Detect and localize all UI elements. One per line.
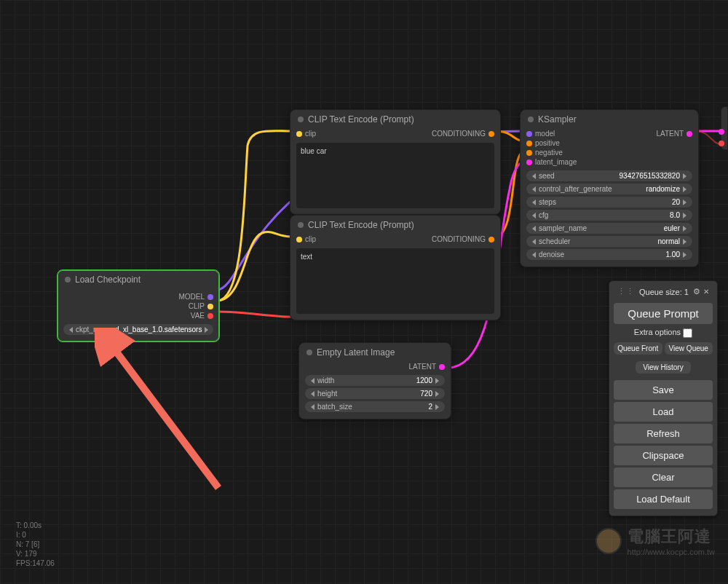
chevron-right-icon[interactable] [683, 200, 687, 205]
port-icon[interactable] [488, 131, 494, 137]
port-icon[interactable] [526, 150, 532, 156]
stat-t: T: 0.00s [16, 521, 55, 530]
stat-i: I: 0 [16, 530, 55, 540]
chevron-left-icon[interactable] [532, 173, 536, 179]
chevron-right-icon[interactable] [435, 404, 439, 410]
port-icon[interactable] [526, 159, 532, 165]
widget-label: sampler_name [539, 224, 664, 232]
gear-icon[interactable] [693, 287, 700, 296]
port-icon[interactable] [296, 237, 302, 242]
queue-size-label: Queue size: 1 [639, 288, 689, 296]
collapse-dot-icon[interactable] [65, 277, 71, 283]
width-widget[interactable]: width1200 [305, 375, 445, 386]
prompt-textarea[interactable]: blue car [296, 143, 494, 208]
chevron-right-icon[interactable] [435, 378, 439, 384]
height-widget[interactable]: height720 [305, 388, 445, 399]
title-text: KSampler [538, 114, 577, 125]
node-clip-text-encode-2[interactable]: CLIP Text Encode (Prompt) clip CONDITION… [290, 215, 501, 320]
port-icon[interactable] [207, 313, 213, 319]
widget-value: 1.00 [666, 250, 680, 259]
batch-size-widget[interactable]: batch_size2 [305, 401, 445, 412]
chevron-right-icon[interactable] [683, 213, 687, 218]
collapse-dot-icon[interactable] [528, 117, 534, 122]
chevron-left-icon[interactable] [532, 226, 536, 232]
widget-value: 2 [428, 403, 432, 411]
port-icon[interactable] [439, 364, 445, 370]
port-icon[interactable] [719, 141, 724, 146]
widget-value: 934276515332820 [620, 172, 680, 180]
widget-label: height [317, 390, 420, 398]
chevron-left-icon[interactable] [69, 327, 73, 333]
port-icon[interactable] [687, 131, 692, 137]
node-title: CLIP Text Encode (Prompt) [290, 110, 500, 127]
node-title: KSampler [521, 110, 698, 127]
port-icon[interactable] [207, 304, 213, 309]
chevron-right-icon[interactable] [683, 173, 687, 179]
chevron-left-icon[interactable] [532, 252, 536, 258]
chevron-right-icon[interactable] [683, 226, 687, 232]
queue-prompt-button[interactable]: Queue Prompt [614, 303, 713, 324]
chevron-left-icon[interactable] [532, 213, 536, 218]
node-graph-canvas[interactable]: Load Checkpoint MODEL CLIP VAE ckpt_name… [0, 0, 728, 584]
node-empty-latent-image[interactable]: Empty Latent Image LATENT width1200 heig… [298, 342, 451, 419]
chevron-left-icon[interactable] [311, 391, 314, 397]
drag-handle-icon[interactable]: ⋮⋮ [617, 287, 635, 296]
output-latent: LATENT [408, 363, 436, 371]
extra-options-toggle[interactable]: Extra options [614, 326, 713, 340]
input-latent-image: latent_image [535, 158, 577, 166]
collapse-dot-icon[interactable] [298, 117, 304, 122]
output-conditioning: CONDITIONING [432, 130, 486, 138]
perf-stats: T: 0.00s I: 0 N: 7 [6] V: 179 FPS:147.06 [16, 521, 55, 568]
denoise-widget[interactable]: denoise1.00 [526, 249, 692, 260]
collapse-dot-icon[interactable] [306, 350, 312, 355]
scheduler-widget[interactable]: schedulernormal [526, 236, 692, 247]
widget-label: cfg [539, 211, 670, 219]
node-clip-text-encode-1[interactable]: CLIP Text Encode (Prompt) clip CONDITION… [290, 109, 501, 215]
save-button[interactable]: Save [614, 380, 713, 400]
chevron-right-icon[interactable] [683, 186, 687, 192]
chevron-right-icon[interactable] [683, 239, 687, 245]
clear-button[interactable]: Clear [614, 467, 713, 487]
input-model: model [535, 130, 555, 138]
stat-fps: FPS:147.06 [16, 559, 55, 568]
close-icon[interactable] [703, 287, 709, 296]
cfg-widget[interactable]: cfg8.0 [526, 210, 692, 221]
control-after-gen-widget[interactable]: control_after_generaterandomize [526, 184, 692, 194]
view-queue-button[interactable]: View Queue [665, 342, 713, 355]
chevron-left-icon[interactable] [311, 378, 314, 384]
load-button[interactable]: Load [614, 402, 713, 422]
port-icon[interactable] [526, 131, 532, 137]
chevron-left-icon[interactable] [532, 200, 536, 205]
clipspace-button[interactable]: Clipspace [614, 446, 713, 465]
port-icon[interactable] [488, 237, 494, 242]
widget-value: euler [664, 224, 680, 232]
port-icon[interactable] [207, 294, 213, 300]
port-icon[interactable] [296, 131, 302, 137]
control-panel[interactable]: ⋮⋮ Queue size: 1 Queue Prompt Extra opti… [609, 280, 718, 516]
widget-value: randomize [646, 185, 680, 193]
title-text: Load Checkpoint [75, 275, 141, 285]
chevron-right-icon[interactable] [435, 391, 439, 397]
sampler-name-widget[interactable]: sampler_nameeuler [526, 223, 692, 234]
steps-widget[interactable]: steps20 [526, 197, 692, 208]
port-icon[interactable] [719, 129, 724, 135]
stat-v: V: 179 [16, 549, 55, 559]
node-ksampler[interactable]: KSampler model positive negative latent_… [520, 109, 699, 267]
refresh-button[interactable]: Refresh [614, 424, 713, 443]
load-default-button[interactable]: Load Default [614, 489, 713, 509]
port-icon[interactable] [526, 141, 532, 146]
chevron-left-icon[interactable] [532, 186, 536, 192]
extra-options-label: Extra options [634, 328, 681, 336]
arrow-annotation-icon [95, 328, 277, 510]
seed-widget[interactable]: seed934276515332820 [526, 170, 692, 181]
view-history-button[interactable]: View History [636, 361, 690, 374]
chevron-left-icon[interactable] [532, 239, 536, 245]
extra-options-checkbox[interactable] [683, 328, 692, 338]
chevron-right-icon[interactable] [683, 252, 687, 258]
output-model: MODEL [178, 293, 205, 301]
chevron-left-icon[interactable] [311, 404, 314, 410]
queue-front-button[interactable]: Queue Front [614, 342, 662, 355]
prompt-textarea[interactable]: text [296, 248, 494, 314]
collapse-dot-icon[interactable] [298, 222, 304, 228]
node-partial-right[interactable] [721, 106, 728, 150]
